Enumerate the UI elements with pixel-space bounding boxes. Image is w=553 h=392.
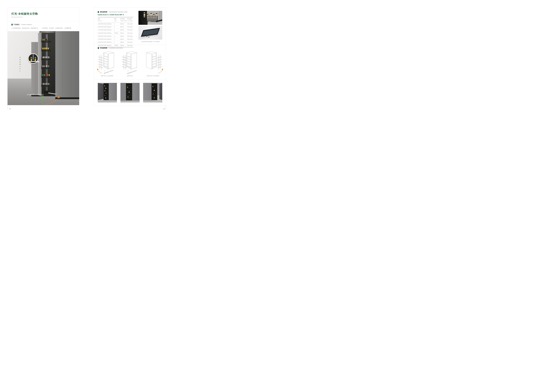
orange-rotate-arrow-icon [98, 70, 102, 73]
table-row: H:344*505*(1950-2200)mm6 (加高)400mm364 ±2… [98, 44, 133, 47]
column-header: 层数Layer [114, 17, 120, 23]
table-cell: 264 ±2mm [127, 32, 133, 35]
feature-item: 内含8轴承旋转、全铝合金支架、内嵌硅胶灯条 [12, 27, 38, 29]
bottle [31, 57, 32, 61]
bottle [47, 56, 48, 58]
column-header: 柜体宽度Cabinet width [120, 17, 127, 23]
bottle [42, 39, 43, 41]
table-cell: 400mm [120, 35, 127, 38]
footer-rule [166, 106, 166, 109]
table-cell: 6 (加高) [114, 44, 120, 47]
depth-note: 柜内深度 ≥520mm [104, 70, 114, 74]
bottle [127, 87, 128, 88]
cabinet-line-art: 柜内深度 ≥520mm [120, 51, 141, 75]
detail-photo-basket-tray [138, 26, 162, 40]
spec-heading-en: / Specification Parameter Chart [108, 11, 128, 13]
detail-callout-bubble [28, 53, 38, 64]
detail-photo-basket-in-cabinet [138, 11, 162, 25]
table-header-row: 规格(W*D*H) 层数Layer 柜体宽度Cabinet width 柜内宽度… [98, 17, 133, 23]
diagram-label: 篮体平拉出 向左边旋转 [96, 75, 118, 77]
orange-arrowhead-icon [97, 68, 98, 70]
door-seam [35, 42, 35, 95]
green-arrow-icon [42, 96, 44, 104]
photo-caption: 向右旋转效果 [155, 100, 161, 102]
bottle [46, 39, 47, 41]
table-cell: D:244*505*(1950-2200)mm [98, 32, 114, 35]
can [105, 95, 105, 96]
effect-photo-rotate-left: 向左旋转效果 [98, 83, 117, 102]
table-cell: 6 [114, 41, 120, 44]
bottle [43, 83, 44, 85]
install-heading-en: / Installation parameters [108, 47, 123, 49]
open-door [38, 32, 41, 96]
table-row: G:344*505*(1650-1950)mm6400mm364 ±2mm [98, 41, 133, 44]
can [46, 74, 47, 76]
section-marker-icon [12, 24, 13, 25]
table-row: D:244*505*(1950-2200)mm6 (加高)300mm264 ±2… [98, 32, 133, 35]
can [48, 48, 49, 49]
bottle [105, 98, 106, 98]
bottle [129, 91, 129, 93]
bottle [48, 65, 49, 67]
table-cell: F:344*505*(1350-1650)mm [98, 38, 114, 41]
effect-photos: 向左旋转效果 篮体平拉出效果 向右旋转效果 [98, 83, 162, 102]
right-page-card: 规格参数图 / Specification Parameter Chart GS… [94, 7, 166, 106]
clip-part [148, 37, 149, 37]
page-number-left: 143 [9, 108, 11, 110]
clip-part [146, 36, 147, 37]
diagram-rotate-left: 柜内深度 ≥520mm 篮体平拉出 向左边旋转 [96, 50, 118, 77]
can [49, 74, 50, 76]
cabinet-opening [126, 83, 132, 101]
door-seam [62, 31, 63, 97]
bottle [46, 65, 47, 67]
features-heading-en: / Product Features [21, 24, 32, 25]
cabinet-panel [132, 83, 140, 101]
bottle [43, 56, 44, 58]
diagram-rotate-right: 篮体平拉出 向右边旋转 [142, 50, 164, 77]
can [45, 48, 46, 49]
can [46, 48, 47, 49]
table-row: A:244*505*(1050-1350)mm4300mm264 ±2mm [98, 23, 133, 26]
table-cell: 264 ±2mm [127, 23, 133, 26]
spec-table: 规格(W*D*H) 层数Layer 柜体宽度Cabinet width 柜内宽度… [98, 17, 133, 47]
table-cell: 300mm [120, 26, 127, 28]
bullet-icon [12, 28, 12, 28]
table-cell: 364 ±2mm [127, 35, 133, 38]
basket [41, 84, 51, 87]
table-cell: 264 ±2mm [127, 26, 133, 28]
table-cell: 364 ±2mm [127, 38, 133, 41]
bottle [154, 90, 154, 91]
bullet-icon [42, 28, 42, 28]
table-cell: 400mm [120, 44, 127, 47]
green-arrowhead-icon [42, 95, 44, 97]
open-door [98, 83, 104, 100]
table-cell: 364 ±2mm [127, 41, 133, 44]
bottle [128, 96, 128, 98]
table-row: E:344*505*(1050-1350)mm4400mm364 ±2mm [98, 35, 133, 38]
diagram-label: 篮体平拉出 [119, 75, 141, 77]
glass-shelf [29, 61, 37, 62]
table-cell: 264 ±2mm [127, 28, 133, 32]
can [47, 74, 48, 76]
features-heading-zh: 产品特点 [14, 24, 20, 26]
bottle [154, 97, 154, 98]
basket [41, 40, 51, 43]
page-subtitle: Revolving Tall Unit [12, 16, 75, 18]
bottle [47, 83, 48, 85]
bottle [45, 56, 45, 58]
left-page-card: 灯光·全铝旋转太空舱 Revolving Tall Unit 产品特点 / Pr… [7, 7, 79, 105]
table-cell: 6 [114, 28, 120, 32]
section-marker-icon [98, 11, 99, 13]
cabinet-right [55, 31, 79, 97]
bottle [35, 57, 36, 61]
column-header: 规格(W*D*H) [98, 17, 114, 23]
basket [41, 49, 51, 52]
install-heading: 安装参数图 / Installation parameters [98, 47, 123, 49]
photo-caption: 全内部棒卯结构玻璃篮·不见任何螺丝 [138, 41, 162, 42]
table-cell: 4 [114, 35, 120, 38]
install-heading-zh: 安装参数图 [100, 47, 107, 49]
feature-list: 内含8轴承旋转、全铝合金支架、内嵌硅胶灯条 联动结构、省力静音、大容量大收纳、二… [12, 27, 75, 29]
glass-basket [142, 16, 158, 22]
cabinet-opening [152, 83, 157, 100]
table-cell: H:344*505*(1950-2200)mm [98, 44, 114, 47]
